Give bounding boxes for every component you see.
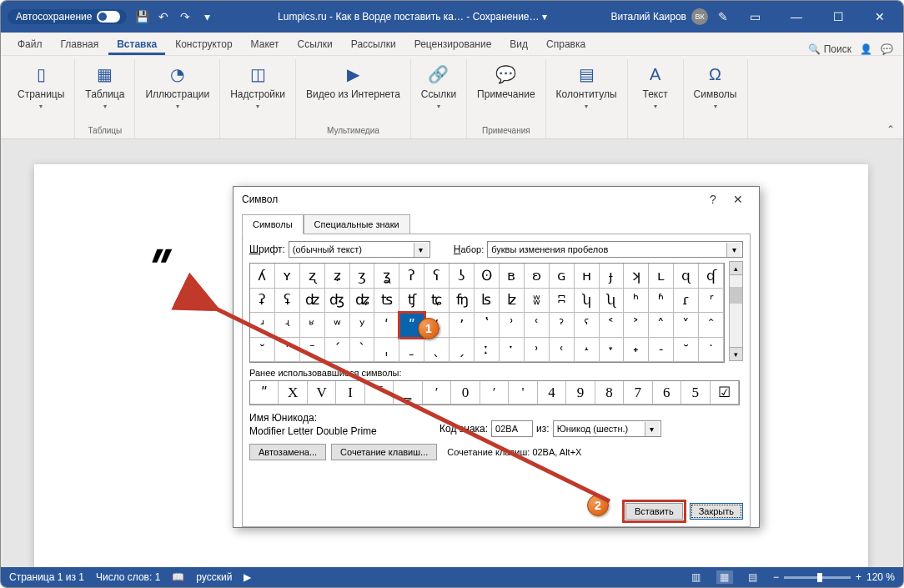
macro-icon[interactable]: ▶ <box>244 571 251 583</box>
recent-symbol-cell[interactable]: ′ <box>480 381 509 405</box>
symbol-cell[interactable]: ˑ <box>500 338 525 363</box>
symbol-cell[interactable]: ʨ <box>424 289 449 314</box>
page-status[interactable]: Страница 1 из 1 <box>9 571 84 583</box>
symbol-cell[interactable]: ɟ <box>600 264 625 289</box>
symbol-cell[interactable]: ʼ <box>449 313 475 338</box>
symbol-cell[interactable]: ʫ <box>500 289 525 314</box>
pages-button[interactable]: ▯Страницы▾ <box>14 59 68 114</box>
toggle-switch[interactable] <box>97 11 120 23</box>
recent-symbol-cell[interactable]: X <box>279 381 307 405</box>
subset-combo[interactable]: буквы изменения пробелов <box>487 241 743 258</box>
symbol-cell[interactable]: ʎ <box>250 264 275 289</box>
close-button[interactable]: ✕ <box>863 5 896 28</box>
symbol-cell[interactable]: ʽ <box>475 313 500 338</box>
symbol-cell[interactable]: ʚ <box>525 264 550 289</box>
symbol-cell[interactable]: ʾ <box>500 313 525 338</box>
readmode-icon[interactable]: ▥ <box>688 570 705 584</box>
symbol-cell[interactable]: ˖ <box>624 338 649 363</box>
recent-symbol-cell[interactable]: ʺ <box>250 381 279 405</box>
tab-layout[interactable]: Макет <box>243 33 288 55</box>
symbol-cell[interactable]: ʧ <box>399 289 424 314</box>
symbols-button[interactable]: ΩСимволы▾ <box>691 59 741 114</box>
symbol-cell[interactable]: ˙ <box>699 338 724 363</box>
search-box[interactable]: 🔍Поиск <box>808 43 851 55</box>
symbol-cell[interactable]: ʦ <box>374 289 399 314</box>
symbol-cell[interactable]: ʷ <box>325 313 350 338</box>
recent-symbol-cell[interactable]: 4 <box>538 381 566 405</box>
symbol-cell[interactable]: ʞ <box>624 264 649 289</box>
symbol-cell[interactable]: ʥ <box>350 289 375 314</box>
tab-view[interactable]: Вид <box>501 33 536 55</box>
ribbon-options-icon[interactable]: ▭ <box>738 5 771 28</box>
symbol-cell[interactable]: ˍ <box>399 338 424 363</box>
recent-grid[interactable]: ʺXVI¯‗′0′'498765☑ <box>249 380 740 405</box>
tab-home[interactable]: Главная <box>53 33 108 55</box>
symbol-cell[interactable]: ˀ <box>550 313 575 338</box>
symbol-cell[interactable]: ʳ <box>699 289 724 314</box>
tab-file[interactable]: Файл <box>9 33 51 55</box>
symbol-cell[interactable]: ʯ <box>600 289 625 314</box>
recent-symbol-cell[interactable]: V <box>308 381 336 405</box>
dialog-close-button[interactable]: ✕ <box>726 193 751 206</box>
dialog-titlebar[interactable]: Символ ? ✕ <box>234 187 759 212</box>
symbol-cell[interactable]: ˇ <box>250 338 275 363</box>
recent-symbol-cell[interactable]: ‗ <box>394 381 422 405</box>
symbol-cell[interactable]: ʰ <box>624 289 649 314</box>
addins-button[interactable]: ◫Надстройки▾ <box>227 59 289 114</box>
autosave-toggle[interactable]: Автосохранение <box>8 9 127 24</box>
table-button[interactable]: ▦Таблица▾ <box>82 59 128 114</box>
recent-symbol-cell[interactable]: 6 <box>653 381 681 405</box>
symbol-cell[interactable]: ˄ <box>649 313 674 338</box>
symbol-cell[interactable]: ˋ <box>350 338 375 363</box>
symbol-cell[interactable]: ˓ <box>550 338 575 363</box>
illustrations-button[interactable]: ◔Иллюстрации▾ <box>142 59 213 114</box>
maximize-button[interactable]: ☐ <box>821 5 855 28</box>
symbol-cell[interactable]: ʮ <box>575 289 600 314</box>
symbol-cell[interactable]: ʖ <box>449 264 475 289</box>
symbol-cell[interactable]: ʢ <box>275 289 300 314</box>
tab-insert[interactable]: Вставка <box>108 33 165 55</box>
recent-symbol-cell[interactable]: ¯ <box>365 381 394 405</box>
symbol-grid[interactable]: ʎʏʐʑʒʓʔʕʖʘʙʚɢʜɟʞʟɋʠʡʢʣʤʥʦʧʨʩʪʫʬʭʮʯʰʱɾʳʴʵ… <box>249 263 725 363</box>
symbol-cell[interactable]: ʬ <box>525 289 550 314</box>
symbol-cell[interactable]: ˊ <box>325 338 350 363</box>
symbol-cell[interactable]: ʪ <box>475 289 500 314</box>
symbol-cell[interactable]: ʤ <box>325 289 350 314</box>
recent-symbol-cell[interactable]: ′ <box>423 381 451 405</box>
pen-icon[interactable]: ✎ <box>716 10 730 23</box>
share-icon[interactable]: 👤 <box>860 43 872 55</box>
tab-help[interactable]: Справка <box>538 33 594 55</box>
zoom-value[interactable]: 120 % <box>866 571 895 583</box>
recent-symbol-cell[interactable]: 0 <box>451 381 480 405</box>
symbol-cell[interactable]: ʴ <box>250 313 275 338</box>
symbol-cell[interactable]: ʒ <box>350 264 375 289</box>
text-button[interactable]: AТекст▾ <box>635 59 676 114</box>
zoom-out-icon[interactable]: − <box>773 571 779 583</box>
qat-dropdown-icon[interactable]: ▾ <box>200 10 213 23</box>
scroll-down-icon[interactable]: ▾ <box>730 347 742 360</box>
shortcut-button[interactable]: Сочетание клавиш... <box>331 444 437 460</box>
symbol-cell[interactable]: ʣ <box>300 289 325 314</box>
tab-symbols-dialog[interactable]: Символы <box>242 214 304 234</box>
charcode-input[interactable] <box>491 420 533 437</box>
symbol-cell[interactable]: ˒ <box>525 338 550 363</box>
user-account[interactable]: Виталий Каиров ВК <box>610 8 708 25</box>
redo-icon[interactable]: ↷ <box>178 10 192 23</box>
weblayout-icon[interactable]: ▤ <box>745 570 761 584</box>
tab-design[interactable]: Конструктор <box>167 33 240 55</box>
tab-refs[interactable]: Ссылки <box>289 33 341 55</box>
recent-symbol-cell[interactable]: 9 <box>566 381 595 405</box>
word-count[interactable]: Число слов: 1 <box>96 571 160 583</box>
symbol-cell[interactable]: ʜ <box>575 264 600 289</box>
symbol-cell[interactable]: ɾ <box>674 289 699 314</box>
zoom-slider[interactable] <box>784 576 851 579</box>
scroll-up-icon[interactable]: ▴ <box>730 262 742 275</box>
symbol-cell[interactable]: ˌ <box>374 338 399 363</box>
recent-symbol-cell[interactable]: 8 <box>595 381 624 405</box>
symbol-cell[interactable]: ɢ <box>550 264 575 289</box>
symbol-cell[interactable]: ɋ <box>674 264 699 289</box>
comment-button[interactable]: 💬Примечание <box>474 59 538 103</box>
symbol-cell[interactable]: ʔ <box>399 264 424 289</box>
symbol-cell[interactable]: ː <box>475 338 500 363</box>
printlayout-icon[interactable]: ▦ <box>716 570 733 584</box>
